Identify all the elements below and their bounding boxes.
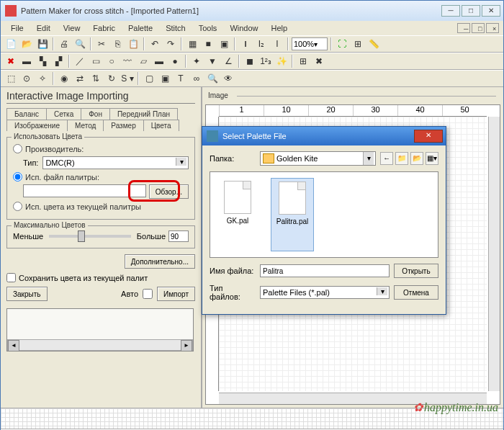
viewmode-icon[interactable]: ▦▾ bbox=[426, 152, 438, 165]
zoom-combo[interactable]: 100% ▾ bbox=[292, 37, 328, 50]
canvas-vscroll[interactable] bbox=[488, 117, 500, 391]
bucket-icon[interactable]: ▼ bbox=[205, 54, 220, 68]
radio-manufacturer[interactable] bbox=[13, 144, 22, 153]
open-icon[interactable]: 📂 bbox=[19, 37, 34, 51]
colors-slider[interactable] bbox=[49, 235, 131, 238]
tab-grid[interactable]: Сетка bbox=[46, 108, 81, 120]
link-icon[interactable]: ∞ bbox=[189, 71, 204, 86]
copy-icon[interactable]: ⎘ bbox=[110, 37, 125, 51]
import-button[interactable]: Импорт bbox=[157, 287, 195, 301]
rect-icon[interactable]: ▭ bbox=[89, 54, 103, 68]
up-icon[interactable]: 📁 bbox=[395, 152, 408, 165]
radio-current-palette[interactable] bbox=[13, 202, 22, 211]
file-item[interactable]: GK.pal bbox=[216, 178, 259, 251]
pick-icon[interactable]: ◉ bbox=[57, 71, 71, 86]
close-panel-button[interactable]: Закрыть bbox=[6, 287, 48, 301]
tab-method[interactable]: Метод bbox=[67, 120, 104, 131]
flip-h-icon[interactable]: ⇄ bbox=[73, 71, 87, 86]
lasso-icon[interactable]: ⊙ bbox=[19, 71, 34, 86]
maximize-button[interactable]: □ bbox=[462, 5, 480, 17]
tab-size[interactable]: Размер bbox=[103, 120, 143, 131]
poly-icon[interactable]: ▱ bbox=[136, 54, 150, 68]
zoom-icon[interactable]: 🔍 bbox=[205, 71, 220, 86]
menu-palette[interactable]: Palette bbox=[122, 22, 158, 34]
menu-stitch[interactable]: Stitch bbox=[160, 22, 192, 34]
save-colors-checkbox[interactable] bbox=[6, 273, 16, 282]
folder-combo[interactable]: Golden Kite bbox=[260, 151, 376, 166]
wand2-icon[interactable]: ✧ bbox=[35, 71, 50, 86]
angle-icon[interactable]: ∠ bbox=[221, 54, 235, 68]
menu-file[interactable]: File bbox=[5, 22, 30, 34]
special-icon[interactable]: S ▾ bbox=[120, 71, 135, 86]
marquee-icon[interactable]: ⬚ bbox=[4, 71, 18, 86]
paste-icon[interactable]: 📋 bbox=[126, 37, 140, 51]
text-icon[interactable]: I bbox=[270, 37, 284, 51]
tab-colors[interactable]: Цвета bbox=[143, 120, 179, 131]
type-combo[interactable]: DMC(R) bbox=[42, 156, 189, 169]
ruler-icon[interactable]: 📏 bbox=[366, 37, 381, 51]
text-tool-icon[interactable]: T bbox=[174, 71, 188, 86]
line-icon[interactable]: ／ bbox=[73, 54, 87, 68]
sel1-icon[interactable]: ▢ bbox=[142, 71, 156, 86]
flip-v-icon[interactable]: ⇅ bbox=[89, 71, 103, 86]
tab-bg[interactable]: Фон bbox=[81, 108, 110, 120]
text-size-icon[interactable]: I₂ bbox=[254, 37, 269, 51]
max-colors-input[interactable] bbox=[168, 230, 189, 242]
view1-icon[interactable]: ▦ bbox=[185, 37, 199, 51]
auto-checkbox[interactable] bbox=[143, 289, 153, 299]
cancel-button[interactable]: Отмена bbox=[394, 285, 438, 300]
radio-palette-file[interactable] bbox=[13, 172, 22, 182]
new-icon[interactable]: 📄 bbox=[4, 37, 18, 51]
tool3-icon[interactable]: ▚ bbox=[35, 54, 50, 68]
tab-fg[interactable]: Передний План bbox=[109, 108, 178, 120]
view2-icon[interactable]: ■ bbox=[201, 37, 215, 51]
curve-icon[interactable]: 〰 bbox=[120, 54, 135, 68]
close-icon[interactable]: ✖ bbox=[312, 54, 326, 68]
menu-fabric[interactable]: Fabric bbox=[87, 22, 121, 34]
rotate-icon[interactable]: ↻ bbox=[104, 71, 119, 86]
file-list[interactable]: GK.pal Palitra.pal bbox=[210, 171, 438, 258]
fill-rect-icon[interactable]: ▬ bbox=[152, 54, 166, 68]
filename-input[interactable] bbox=[260, 264, 390, 277]
tab-image[interactable]: Изображение bbox=[6, 120, 68, 131]
redo-icon[interactable]: ↷ bbox=[163, 37, 178, 51]
open-button[interactable]: Открыть bbox=[394, 264, 438, 278]
select-icon[interactable]: ✖ bbox=[4, 54, 18, 68]
print-icon[interactable]: 🖨 bbox=[57, 37, 71, 51]
eye-icon[interactable]: 👁 bbox=[221, 71, 235, 86]
minimize-button[interactable]: ─ bbox=[441, 5, 460, 17]
fill-ellipse-icon[interactable]: ● bbox=[168, 54, 182, 68]
back-icon[interactable]: ← bbox=[380, 152, 393, 165]
file-item[interactable]: Palitra.pal bbox=[271, 178, 314, 251]
sel2-icon[interactable]: ▣ bbox=[158, 71, 172, 86]
grid-icon[interactable]: ⊞ bbox=[351, 37, 365, 51]
dialog-close-button[interactable]: ✕ bbox=[414, 130, 443, 143]
tool2-icon[interactable]: ▬ bbox=[19, 54, 34, 68]
undo-icon[interactable]: ↶ bbox=[148, 37, 162, 51]
view3-icon[interactable]: ▣ bbox=[217, 37, 231, 51]
save-icon[interactable]: 💾 bbox=[35, 37, 50, 51]
menu-help[interactable]: Help bbox=[266, 22, 294, 34]
close-button[interactable]: ✕ bbox=[482, 5, 500, 17]
menu-window[interactable]: Window bbox=[224, 22, 264, 34]
advanced-button[interactable]: Дополнительно... bbox=[125, 254, 195, 269]
color1-icon[interactable]: ◼ bbox=[243, 54, 257, 68]
ellipse-icon[interactable]: ○ bbox=[104, 54, 119, 68]
mdi-minimize[interactable]: ─ bbox=[457, 23, 470, 33]
cut-icon[interactable]: ✂ bbox=[94, 37, 109, 51]
mdi-close[interactable]: × bbox=[486, 23, 499, 33]
mdi-restore[interactable]: □ bbox=[472, 23, 485, 33]
spark-icon[interactable]: ✨ bbox=[274, 54, 289, 68]
menu-edit[interactable]: Edit bbox=[31, 22, 56, 34]
newfolder-icon[interactable]: 📂 bbox=[410, 152, 423, 165]
gridtool-icon[interactable]: ⊞ bbox=[296, 54, 310, 68]
formula-icon[interactable]: 1²₃ bbox=[258, 54, 273, 68]
wand-icon[interactable]: ✦ bbox=[189, 54, 204, 68]
tab-balance[interactable]: Баланс bbox=[6, 108, 47, 120]
text-bold-icon[interactable]: I bbox=[238, 37, 253, 51]
preview-scrollbar[interactable] bbox=[7, 339, 193, 351]
preview-icon[interactable]: 🔍 bbox=[73, 37, 87, 51]
menu-view[interactable]: View bbox=[58, 22, 86, 34]
tool4-icon[interactable]: ▞ bbox=[51, 54, 66, 68]
filetype-combo[interactable]: Palette Files (*.pal) bbox=[260, 286, 390, 299]
